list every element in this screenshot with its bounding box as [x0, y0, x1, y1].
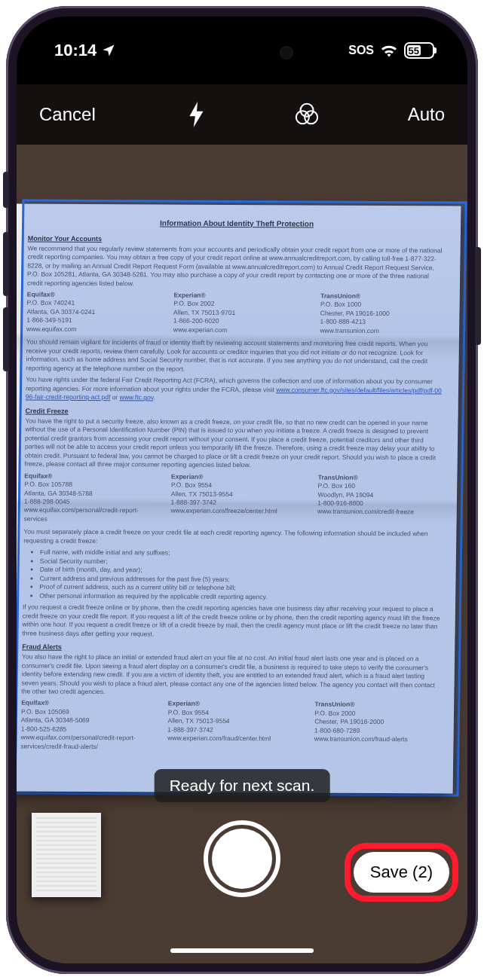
- doc-paragraph: We recommend that you regularly review s…: [27, 244, 446, 289]
- scan-toolbar: Cancel Auto: [17, 84, 467, 145]
- location-arrow-icon: [101, 43, 116, 58]
- doc-title: Information About Identity Theft Protect…: [28, 218, 446, 230]
- auto-button[interactable]: Auto: [408, 104, 445, 125]
- cancel-button[interactable]: Cancel: [39, 104, 96, 125]
- shutter-inner: [212, 829, 272, 889]
- flash-icon[interactable]: [183, 101, 210, 128]
- side-button: [3, 172, 9, 208]
- document-content: Information About Identity Theft Protect…: [17, 203, 461, 793]
- battery-icon: 55: [404, 42, 434, 59]
- save-button-highlight: Save (2): [354, 852, 449, 893]
- doc-heading: Monitor Your Accounts: [28, 234, 446, 245]
- doc-list: Full name, with middle initial and any s…: [39, 548, 441, 603]
- shutter-button[interactable]: [204, 820, 280, 897]
- battery-level: 55: [407, 45, 421, 56]
- doc-agency-row: Equifax®P.O. Box 105788Atlanta, GA 30348…: [24, 472, 443, 526]
- power-button: [475, 247, 481, 345]
- doc-paragraph: You have rights under the federal Fair C…: [26, 376, 443, 404]
- wifi-icon: [380, 44, 398, 57]
- home-indicator[interactable]: [170, 948, 314, 953]
- doc-agency-row: Equifax®P.O. Box 105069Atlanta, GA 30348…: [20, 699, 439, 753]
- doc-paragraph: If you request a credit freeze online or…: [22, 603, 440, 640]
- doc-agency-row: Equifax®P.O. Box 740241Atlanta, GA 30374…: [26, 291, 445, 336]
- save-button[interactable]: Save (2): [354, 852, 449, 893]
- dynamic-island: [180, 35, 304, 71]
- volume-up-button: [3, 232, 9, 296]
- detected-document: Information About Identity Theft Protect…: [17, 203, 461, 793]
- scan-status-text: Ready for next scan.: [155, 769, 330, 802]
- doc-paragraph: You must separately place a credit freez…: [23, 528, 441, 548]
- doc-paragraph: You also have the right to place an init…: [21, 653, 440, 698]
- scan-thumbnail[interactable]: [32, 813, 101, 897]
- color-filter-icon[interactable]: [293, 101, 320, 128]
- thumbnail-preview: [36, 817, 96, 893]
- doc-paragraph: You should remain vigilant for incidents…: [26, 338, 444, 375]
- status-time: 10:14: [54, 41, 96, 60]
- phone-frame: 10:14 SOS 55 Cancel: [6, 6, 478, 974]
- screen: 10:14 SOS 55 Cancel: [17, 17, 467, 963]
- doc-paragraph: You have the right to put a security fre…: [25, 417, 443, 471]
- sos-indicator: SOS: [348, 44, 374, 57]
- doc-heading: Credit Freeze: [26, 406, 443, 417]
- doc-heading: Fraud Alerts: [22, 643, 440, 654]
- volume-down-button: [3, 307, 9, 371]
